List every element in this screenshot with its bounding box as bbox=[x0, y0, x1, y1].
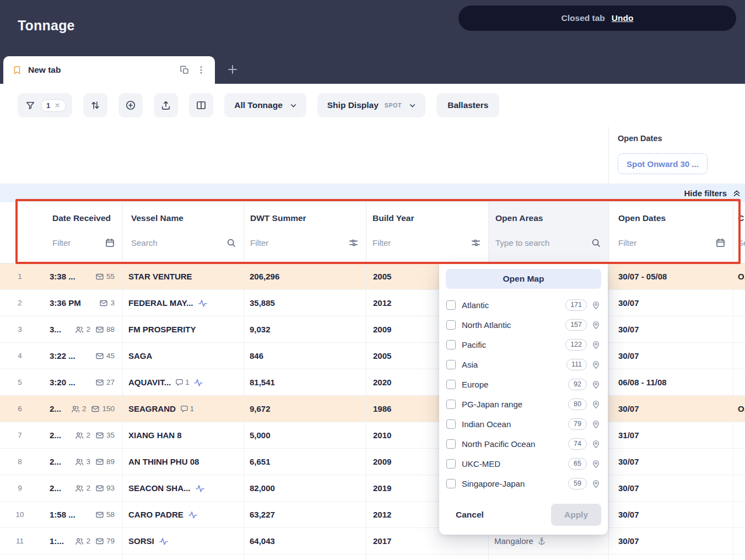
build-year-filter[interactable] bbox=[372, 235, 488, 250]
map-pin-icon[interactable] bbox=[591, 479, 601, 488]
column-open-dates[interactable]: Open Dates bbox=[608, 202, 733, 263]
filter-count-badge[interactable]: 1 bbox=[41, 99, 66, 112]
area-option[interactable]: Singapore-Japan59 bbox=[439, 473, 608, 493]
column-open-areas[interactable]: Open Areas bbox=[488, 202, 608, 263]
area-checkbox[interactable] bbox=[446, 459, 456, 469]
area-label: North Atlantic bbox=[462, 320, 511, 330]
table-row[interactable]: 62...2150SEAGRAND19,672198630/07O... bbox=[0, 396, 745, 422]
open-areas-search-input[interactable] bbox=[495, 238, 591, 247]
area-option[interactable]: North Atlantic157 bbox=[439, 315, 608, 335]
vessel-cell[interactable]: FEDERAL MAY... bbox=[122, 290, 244, 316]
area-option[interactable]: UKC-MED65 bbox=[439, 454, 608, 473]
table-row[interactable] bbox=[0, 554, 745, 560]
ship-display-dropdown[interactable]: Ship Display SPOT bbox=[317, 93, 425, 117]
area-option[interactable]: Atlantic171 bbox=[439, 295, 608, 315]
area-checkbox[interactable] bbox=[446, 320, 456, 330]
area-checkbox[interactable] bbox=[446, 439, 456, 449]
table-row[interactable]: 101:58 ...58CARO PADRE63,227201230/07 bbox=[0, 502, 745, 528]
area-checkbox[interactable] bbox=[446, 360, 456, 369]
area-option[interactable]: PG-Japan range80 bbox=[439, 394, 608, 414]
area-checkbox[interactable] bbox=[446, 479, 456, 488]
calendar-icon[interactable] bbox=[715, 238, 726, 248]
sort-button[interactable] bbox=[83, 93, 107, 117]
column-date-received[interactable]: Date Received bbox=[0, 202, 122, 263]
tab-new-tab[interactable]: New tab bbox=[3, 56, 215, 84]
dwt-filter-input[interactable] bbox=[250, 238, 348, 247]
area-option[interactable]: North Pacific Ocean74 bbox=[439, 434, 608, 454]
vessel-cell[interactable] bbox=[122, 554, 244, 560]
map-pin-icon[interactable] bbox=[591, 439, 601, 449]
duplicate-tab-icon[interactable] bbox=[180, 65, 190, 75]
area-option[interactable]: Indian Ocean79 bbox=[439, 414, 608, 434]
dwt-filter[interactable] bbox=[250, 235, 366, 250]
open-dates-filter-input[interactable] bbox=[618, 238, 715, 247]
vessel-cell[interactable]: FM PROSPERITY bbox=[122, 316, 244, 342]
area-checkbox[interactable] bbox=[446, 380, 456, 389]
table-row[interactable]: 82...389AN THINH PHU 086,651200930/07 bbox=[0, 449, 745, 475]
add-tab-button[interactable] bbox=[225, 62, 240, 77]
table-row[interactable]: 13:38 ...55STAR VENTURE206,296200530/07 … bbox=[0, 263, 745, 290]
calendar-icon[interactable] bbox=[105, 238, 115, 248]
area-option[interactable]: Asia111 bbox=[439, 354, 608, 374]
apply-button[interactable]: Apply bbox=[551, 504, 601, 526]
tab-menu-icon[interactable] bbox=[196, 65, 206, 75]
vessel-cell[interactable]: SAGA bbox=[122, 343, 244, 369]
map-pin-icon[interactable] bbox=[591, 300, 601, 310]
table-row[interactable]: 23:36 PM3FEDERAL MAY...35,885201230/07 bbox=[0, 290, 745, 316]
area-checkbox[interactable] bbox=[446, 419, 456, 429]
table-row[interactable]: 43:22 ...45SAGA846200530/07 bbox=[0, 343, 745, 369]
column-build-year[interactable]: Build Year bbox=[366, 202, 488, 263]
export-button[interactable] bbox=[154, 93, 178, 117]
area-checkbox[interactable] bbox=[446, 340, 456, 349]
filter-button[interactable]: 1 bbox=[18, 93, 72, 117]
vessel-name-filter[interactable] bbox=[131, 235, 244, 250]
map-pin-icon[interactable] bbox=[591, 400, 601, 409]
open-dates-filter[interactable] bbox=[618, 235, 733, 250]
table-row[interactable]: 92...293SEACON SHA...82,000201930/07 bbox=[0, 475, 745, 502]
map-pin-icon[interactable] bbox=[591, 320, 601, 330]
map-pin-icon[interactable] bbox=[591, 380, 601, 389]
date-received-filter-input[interactable] bbox=[52, 238, 105, 247]
table-row[interactable]: 111:...279SORSI64,0432017Mangalore30/07 bbox=[0, 528, 745, 554]
open-areas-filter[interactable] bbox=[495, 235, 608, 250]
date-received-filter[interactable] bbox=[52, 235, 122, 250]
area-option[interactable]: Europe92 bbox=[439, 374, 608, 394]
map-pin-icon[interactable] bbox=[591, 459, 601, 469]
hide-filters-bar[interactable]: Hide filters bbox=[0, 184, 745, 202]
tonnage-scope-dropdown[interactable]: All Tonnage bbox=[224, 93, 306, 117]
vessel-search-input[interactable] bbox=[131, 238, 226, 247]
clear-filter-icon[interactable] bbox=[54, 102, 61, 109]
open-map-button[interactable]: Open Map bbox=[446, 269, 601, 289]
cancel-button[interactable]: Cancel bbox=[456, 510, 484, 520]
table-row[interactable]: 53:20 ...27AQUAVIT...181,541202006/08 - … bbox=[0, 369, 745, 396]
vessel-cell[interactable]: AQUAVIT...1 bbox=[122, 369, 244, 395]
area-option[interactable]: Pacific122 bbox=[439, 335, 608, 354]
column-vessel-name[interactable]: Vessel Name bbox=[122, 202, 244, 263]
dwt-summer-cell: 5,000 bbox=[244, 422, 366, 448]
vessel-cell[interactable]: SEAGRAND1 bbox=[122, 396, 244, 422]
table-row[interactable]: 33...288FM PROSPERITY9,032200930/07 bbox=[0, 316, 745, 343]
search-icon[interactable] bbox=[226, 238, 236, 248]
vessel-cell[interactable]: SEACON SHA... bbox=[122, 475, 244, 501]
column-dwt-summer[interactable]: DWT Summer bbox=[244, 202, 366, 263]
vessel-cell[interactable]: SORSI bbox=[122, 528, 244, 554]
area-checkbox[interactable] bbox=[446, 300, 456, 310]
map-pin-icon[interactable] bbox=[591, 419, 601, 429]
open-dates-filter-chip[interactable]: Spot Onward 30 ... bbox=[618, 153, 708, 174]
area-checkbox[interactable] bbox=[446, 400, 456, 409]
add-record-button[interactable] bbox=[118, 93, 143, 117]
vessel-cell[interactable]: XIANG HAN 8 bbox=[122, 422, 244, 448]
ballasters-button[interactable]: Ballasters bbox=[436, 93, 499, 117]
table-row[interactable]: 72...235XIANG HAN 85,000201031/07 bbox=[0, 422, 745, 449]
sliders-icon[interactable] bbox=[471, 238, 481, 248]
map-pin-icon[interactable] bbox=[591, 340, 601, 349]
map-pin-icon[interactable] bbox=[591, 360, 601, 369]
build-year-filter-input[interactable] bbox=[372, 238, 471, 247]
vessel-cell[interactable]: CARO PADRE bbox=[122, 502, 244, 527]
search-icon[interactable] bbox=[591, 238, 601, 248]
columns-button[interactable] bbox=[189, 93, 213, 117]
undo-button[interactable]: Undo bbox=[612, 13, 634, 23]
vessel-cell[interactable]: AN THINH PHU 08 bbox=[122, 449, 244, 475]
vessel-cell[interactable]: STAR VENTURE bbox=[122, 263, 244, 289]
sliders-icon[interactable] bbox=[348, 238, 359, 248]
